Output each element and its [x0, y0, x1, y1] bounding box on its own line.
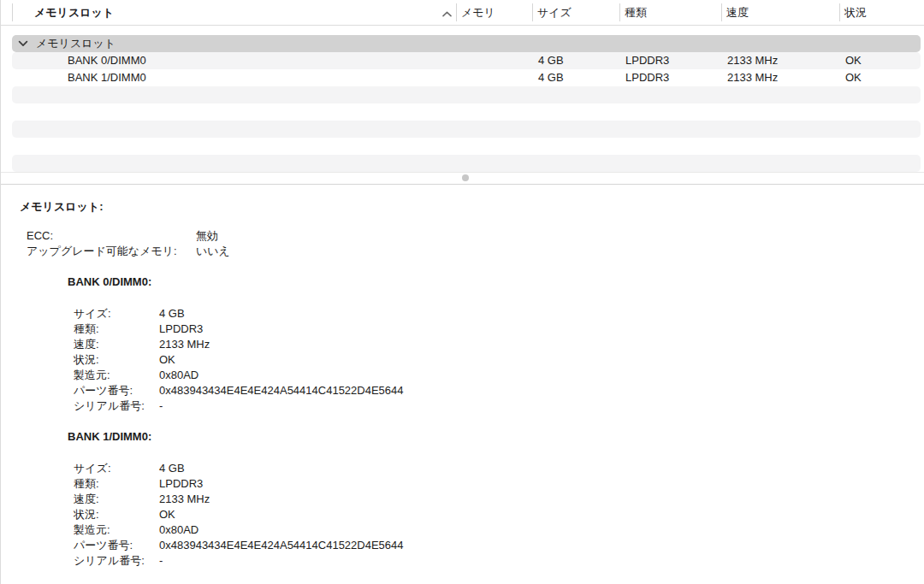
bank-attributes: サイズ: 4 GB 種類: LPDDR3 速度: 2133 MHz 状況: OK…: [74, 461, 924, 569]
attribute-value: 2133 MHz: [159, 337, 924, 352]
attribute-value: 0x80AD: [159, 368, 924, 383]
attribute-label: 製造元:: [74, 368, 159, 383]
attribute-label: ECC:: [27, 228, 196, 244]
bank1-details: BANK 1/DIMM0: サイズ: 4 GB 種類: LPDDR3 速度: 2…: [68, 431, 924, 569]
cell-type: LPDDR3: [620, 52, 722, 69]
cell-status: OK: [840, 69, 921, 86]
column-header-size[interactable]: サイズ: [532, 0, 619, 26]
attribute-label: パーツ番号:: [74, 538, 159, 553]
table-row-bank1[interactable]: BANK 1/DIMM0 4 GB LPDDR3 2133 MHz OK: [12, 69, 921, 86]
column-header-type[interactable]: 種類: [619, 0, 721, 26]
attribute-value: 0x483943434E4E4E424A54414C41522D4E5644: [159, 538, 924, 553]
attribute-value: -: [159, 553, 924, 569]
empty-row: [12, 121, 921, 138]
memory-slots-table: メモリスロット メモリ サイズ 種類 速度 状況: [1, 0, 924, 172]
attribute-value: OK: [159, 352, 924, 368]
attribute-value: 0x80AD: [159, 522, 924, 538]
cell-speed: 2133 MHz: [722, 52, 840, 69]
column-header-label: メモリスロット: [34, 5, 114, 21]
attribute-value: -: [159, 398, 924, 414]
attribute-row: ECC: 無効: [27, 228, 924, 244]
column-header-label: 速度: [726, 5, 749, 21]
attribute-label: シリアル番号:: [74, 398, 159, 414]
dot-handle-icon[interactable]: [462, 174, 469, 181]
cell-status: OK: [840, 52, 921, 69]
system-information-window: メモリスロット メモリ サイズ 種類 速度 状況: [0, 0, 924, 584]
chevron-up-icon: [442, 7, 452, 20]
global-attributes: ECC: 無効 アップグレード可能なメモリ: いいえ: [27, 228, 924, 259]
attribute-label: 速度:: [74, 337, 159, 352]
column-header-memory-slot[interactable]: メモリスロット: [12, 0, 456, 26]
empty-row: [12, 103, 921, 121]
chevron-down-icon[interactable]: [18, 40, 28, 47]
table-body: メモリスロット BANK 0/DIMM0 4 GB LPDDR3 2133 MH…: [1, 26, 924, 172]
column-header-label: メモリ: [461, 5, 495, 21]
attribute-label: アップグレード可能なメモリ:: [27, 244, 196, 259]
empty-row: [12, 155, 921, 172]
bank-title: BANK 0/DIMM0:: [68, 276, 924, 288]
column-header-status[interactable]: 状況: [839, 0, 924, 26]
attribute-label: 製造元:: [74, 522, 159, 538]
cell-type: LPDDR3: [620, 69, 722, 86]
attribute-label: 速度:: [74, 492, 159, 507]
cell-slot-name: BANK 0/DIMM0: [12, 52, 457, 69]
empty-row: [12, 138, 921, 155]
attribute-row: 状況: OK: [74, 507, 924, 522]
attribute-row: 速度: 2133 MHz: [74, 337, 924, 352]
attribute-row: パーツ番号: 0x483943434E4E4E424A54414C41522D4…: [74, 383, 924, 398]
table-header-grid: メモリスロット メモリ サイズ 種類 速度 状況: [12, 0, 924, 26]
attribute-label: サイズ:: [74, 306, 159, 321]
pane-splitter[interactable]: [1, 172, 924, 185]
column-header-label: サイズ: [537, 5, 572, 21]
attribute-label: サイズ:: [74, 461, 159, 476]
column-header-speed[interactable]: 速度: [721, 0, 839, 26]
bank0-details: BANK 0/DIMM0: サイズ: 4 GB 種類: LPDDR3 速度: 2…: [68, 276, 924, 414]
attribute-label: パーツ番号:: [74, 383, 159, 398]
attribute-row: 種類: LPDDR3: [74, 476, 924, 492]
cell-memory: [457, 69, 533, 86]
attribute-label: 種類:: [74, 476, 159, 492]
attribute-row: 製造元: 0x80AD: [74, 522, 924, 538]
group-row-inner: メモリスロット: [12, 35, 921, 52]
column-header-label: 種類: [625, 5, 647, 21]
column-header-label: 状況: [844, 5, 867, 21]
attribute-value: いいえ: [196, 244, 924, 259]
attribute-row: 速度: 2133 MHz: [74, 492, 924, 507]
attribute-label: シリアル番号:: [74, 553, 159, 569]
group-row-label: メモリスロット: [36, 35, 116, 52]
attribute-value: 4 GB: [159, 306, 924, 321]
empty-rows: [1, 86, 924, 172]
attribute-value: 4 GB: [159, 461, 924, 476]
attribute-value: 無効: [196, 228, 924, 244]
cell-memory: [457, 52, 533, 69]
attribute-label: 状況:: [74, 352, 159, 368]
attribute-row: アップグレード可能なメモリ: いいえ: [27, 244, 924, 259]
cell-slot-name: BANK 1/DIMM0: [12, 69, 457, 86]
table-header-row: メモリスロット メモリ サイズ 種類 速度 状況: [1, 0, 924, 26]
memory-slot-details-pane: メモリスロット: ECC: 無効 アップグレード可能なメモリ: いいえ BANK…: [1, 185, 924, 583]
attribute-value: LPDDR3: [159, 476, 924, 492]
attribute-row: サイズ: 4 GB: [74, 461, 924, 476]
cell-size: 4 GB: [533, 52, 620, 69]
attribute-row: 状況: OK: [74, 352, 924, 368]
bank-attributes: サイズ: 4 GB 種類: LPDDR3 速度: 2133 MHz 状況: OK…: [74, 306, 924, 414]
attribute-value: 2133 MHz: [159, 492, 924, 507]
bank-title: BANK 1/DIMM0:: [68, 431, 924, 443]
attribute-value: OK: [159, 507, 924, 522]
attribute-label: 状況:: [74, 507, 159, 522]
empty-row: [12, 86, 921, 103]
attribute-row: パーツ番号: 0x483943434E4E4E424A54414C41522D4…: [74, 538, 924, 553]
attribute-value: 0x483943434E4E4E424A54414C41522D4E5644: [159, 383, 924, 398]
attribute-row: シリアル番号: -: [74, 398, 924, 414]
attribute-row: 製造元: 0x80AD: [74, 368, 924, 383]
attribute-row: シリアル番号: -: [74, 553, 924, 569]
attribute-row: サイズ: 4 GB: [74, 306, 924, 321]
details-title: メモリスロット:: [20, 201, 924, 213]
column-header-memory[interactable]: メモリ: [456, 0, 532, 26]
cell-speed: 2133 MHz: [722, 69, 840, 86]
attribute-label: 種類:: [74, 321, 159, 337]
attribute-row: 種類: LPDDR3: [74, 321, 924, 337]
attribute-value: LPDDR3: [159, 321, 924, 337]
group-row-memory-slot[interactable]: メモリスロット: [12, 35, 921, 52]
table-row-bank0[interactable]: BANK 0/DIMM0 4 GB LPDDR3 2133 MHz OK: [12, 52, 921, 69]
